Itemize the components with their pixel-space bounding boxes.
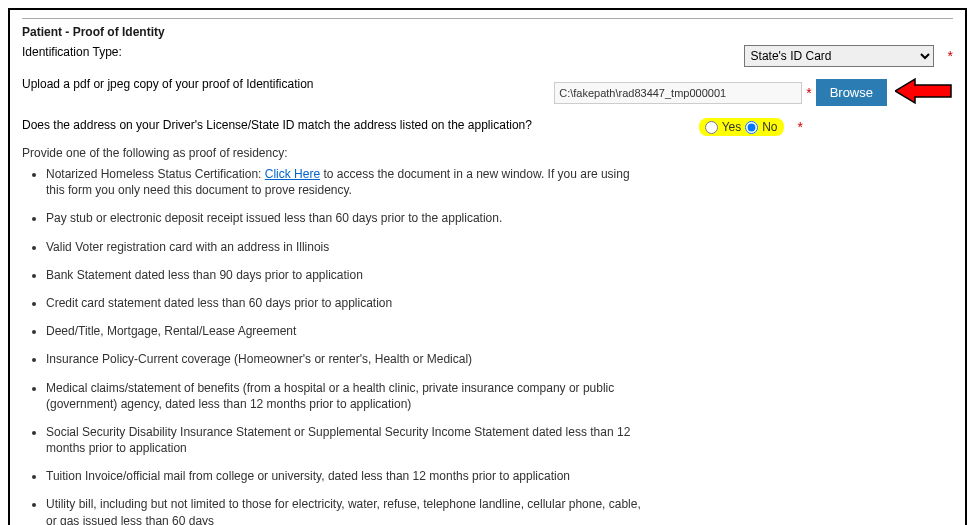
no-label: No — [762, 120, 777, 134]
click-here-link[interactable]: Click Here — [265, 167, 320, 181]
list-item: Valid Voter registration card with an ad… — [46, 239, 642, 255]
address-match-no-radio[interactable] — [745, 121, 758, 134]
list-item: Notarized Homeless Status Certification:… — [46, 166, 642, 198]
required-asterisk: * — [948, 48, 953, 64]
required-asterisk: * — [806, 85, 811, 101]
list-item: Utility bill, including but not limited … — [46, 496, 642, 525]
list-item: Insurance Policy-Current coverage (Homeo… — [46, 351, 642, 367]
list-item: Pay stub or electronic deposit receipt i… — [46, 210, 642, 226]
svg-marker-0 — [895, 79, 951, 103]
list-item: Medical claims/statement of benefits (fr… — [46, 380, 642, 412]
file-path-display-1: C:\fakepath\rad83447_tmp000001 — [554, 82, 802, 104]
address-match-label: Does the address on your Driver's Licens… — [22, 118, 642, 132]
required-asterisk: * — [798, 119, 803, 135]
proof-list: Notarized Homeless Status Certification:… — [22, 166, 642, 525]
address-match-yes-radio[interactable] — [705, 121, 718, 134]
section-title: Patient - Proof of Identity — [22, 25, 953, 39]
arrow-icon — [895, 77, 953, 108]
browse-button-1[interactable]: Browse — [816, 79, 887, 106]
provide-intro: Provide one of the following as proof of… — [22, 146, 953, 160]
yes-label: Yes — [722, 120, 742, 134]
identification-type-label: Identification Type: — [22, 45, 642, 59]
list-item: Bank Statement dated less than 90 days p… — [46, 267, 642, 283]
upload-id-label: Upload a pdf or jpeg copy of your proof … — [22, 77, 554, 91]
list-item: Credit card statement dated less than 60… — [46, 295, 642, 311]
list-item: Tuition Invoice/official mail from colle… — [46, 468, 642, 484]
list-item: Social Security Disability Insurance Sta… — [46, 424, 642, 456]
list-item: Deed/Title, Mortgage, Rental/Lease Agree… — [46, 323, 642, 339]
identification-type-select[interactable]: State's ID Card — [744, 45, 934, 67]
